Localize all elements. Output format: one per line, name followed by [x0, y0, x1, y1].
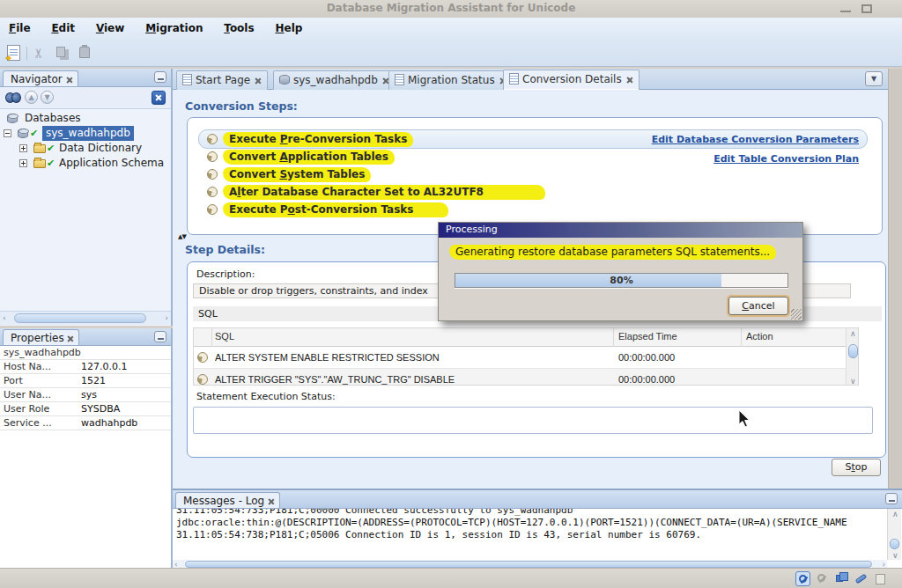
- close-tab-icon[interactable]: [255, 77, 261, 84]
- tree-node-databases[interactable]: Databases: [0, 111, 171, 126]
- property-row: User Na...sys: [0, 388, 171, 402]
- properties-panel: Properties sys_wadhahpdb Host Na...127.0…: [0, 328, 173, 568]
- selected-tree-node[interactable]: sys_wadhahpdb: [42, 126, 134, 141]
- statement-execution-status-box[interactable]: [193, 407, 873, 434]
- find-next-icon[interactable]: ▼: [41, 91, 54, 104]
- close-tab-icon[interactable]: [626, 77, 632, 83]
- tab-sys-wadhahpdb[interactable]: sys_wadhahpdb: [273, 70, 396, 90]
- tree-node-connection[interactable]: ✔ sys_wadhahpdb: [0, 126, 171, 141]
- find-previous-icon[interactable]: ▲: [25, 91, 38, 104]
- property-row: Service ...wadhahpdb: [0, 416, 171, 430]
- folder-icon: [33, 144, 46, 153]
- cut-icon[interactable]: ✂: [31, 48, 47, 59]
- splitter-collapse-icons[interactable]: ▲▼: [178, 233, 186, 240]
- new-document-icon[interactable]: ✦: [7, 45, 20, 61]
- scroll-down-icon[interactable]: ∨: [892, 551, 898, 560]
- log-filter-icon[interactable]: [795, 571, 810, 586]
- cancel-button[interactable]: Cancel: [728, 297, 788, 315]
- step-status-icon: [207, 187, 218, 197]
- scroll-up-icon[interactable]: ∧: [850, 329, 856, 338]
- edit-database-conversion-parameters-link[interactable]: Edit Database Conversion Parameters: [652, 134, 859, 145]
- scroll-left-icon[interactable]: ‹: [3, 313, 6, 322]
- scroll-right-icon[interactable]: ›: [165, 313, 168, 322]
- copy-icon[interactable]: [56, 47, 65, 57]
- step-alter-database-charset[interactable]: Alter Database Character Set to AL32UTF8: [202, 183, 545, 201]
- step-convert-system-tables[interactable]: Convert System Tables: [202, 165, 371, 183]
- close-tab-icon[interactable]: [382, 77, 388, 84]
- edit-pencil-icon[interactable]: [854, 571, 869, 586]
- property-row: Host Na...127.0.0.1: [0, 360, 171, 374]
- statement-execution-status-label: Statement Execution Status:: [196, 391, 336, 402]
- table-row[interactable]: ALTER TRIGGER "SYS"."AW_TRUNC_TRG" DISAB…: [194, 369, 846, 386]
- minimize-panel-icon[interactable]: [154, 331, 166, 342]
- paste-icon[interactable]: [79, 47, 90, 58]
- toolbar-separator: [26, 47, 27, 60]
- sql-statements-table[interactable]: SQL Elapsed Time Action ALTER SYSTEM ENA…: [193, 327, 859, 386]
- navigator-tree: Databases ✔ sys_wadhahpdb ✔ Data Diction…: [0, 109, 171, 311]
- check-icon: ✔: [47, 141, 55, 156]
- close-tab-icon[interactable]: [268, 498, 274, 504]
- expand-icon[interactable]: [19, 144, 27, 152]
- tab-list-dropdown[interactable]: ▼: [865, 71, 883, 86]
- scroll-up-icon[interactable]: ∧: [892, 510, 898, 518]
- windows-icon[interactable]: [834, 571, 849, 586]
- minimize-icon[interactable]: [840, 4, 851, 12]
- step-convert-application-tables[interactable]: Convert Application Tables: [202, 148, 395, 165]
- document-icon: [395, 74, 404, 85]
- dialog-title-bar[interactable]: Processing: [439, 223, 802, 238]
- collapse-icon[interactable]: [4, 129, 11, 137]
- stop-button[interactable]: Stop: [832, 459, 881, 476]
- navigator-search-bar: ▲ ▼: [0, 87, 171, 109]
- menu-view[interactable]: View: [87, 18, 133, 34]
- menu-tools[interactable]: Tools: [215, 18, 262, 34]
- menu-edit[interactable]: Edit: [42, 18, 84, 34]
- databases-icon: [7, 114, 18, 123]
- close-tab-icon[interactable]: [66, 77, 72, 83]
- progress-percent-label: 80%: [455, 274, 787, 287]
- messages-log-tab[interactable]: Messages - Log: [175, 492, 280, 508]
- properties-tab[interactable]: Properties: [3, 329, 79, 345]
- resize-grip[interactable]: [791, 309, 802, 320]
- statement-status-icon: [197, 352, 208, 363]
- properties-header: Properties: [0, 328, 171, 346]
- scrollbar-thumb[interactable]: [14, 313, 146, 323]
- clear-search-icon[interactable]: [152, 91, 166, 105]
- log-vertical-scrollbar[interactable]: ∧ ∨: [887, 509, 901, 560]
- scroll-down-icon[interactable]: ∨: [850, 377, 856, 386]
- table-row[interactable]: ALTER SYSTEM ENABLE RESTRICTED SESSION 0…: [194, 347, 846, 369]
- step-execute-post-conversion[interactable]: Execute Post-Conversion Tasks: [202, 201, 448, 218]
- navigator-tab[interactable]: Navigator: [3, 70, 78, 86]
- close-tab-icon[interactable]: [67, 335, 73, 342]
- tab-conversion-details[interactable]: Conversion Details: [503, 70, 640, 90]
- minimize-panel-icon[interactable]: [154, 71, 166, 83]
- step-status-icon: [207, 169, 218, 180]
- step-execute-pre-conversion[interactable]: Execute Pre-Conversion Tasks: [202, 130, 413, 148]
- tab-migration-status[interactable]: Migration Status: [388, 70, 513, 90]
- menu-bar: File Edit View Migration Tools Help: [0, 18, 902, 40]
- tab-start-page[interactable]: Start Page: [176, 70, 268, 90]
- scrollbar-thumb[interactable]: [848, 344, 858, 358]
- tree-node-data-dictionary[interactable]: ✔ Data Dictionary: [0, 141, 171, 156]
- expand-icon[interactable]: [19, 159, 27, 167]
- search-icon[interactable]: [5, 92, 19, 102]
- clipboard-icon[interactable]: [873, 571, 888, 586]
- scrollbar-thumb[interactable]: [890, 539, 899, 549]
- scrollbar-thumb[interactable]: [185, 561, 872, 568]
- disc-icon[interactable]: [815, 571, 830, 586]
- table-vertical-scrollbar[interactable]: ∧ ∨: [846, 328, 859, 386]
- dialog-message: Generating restore database parameters S…: [449, 246, 776, 258]
- minimize-panel-icon[interactable]: [885, 493, 898, 504]
- menu-file[interactable]: File: [0, 18, 40, 34]
- description-label: Description:: [196, 268, 255, 280]
- menu-help[interactable]: Help: [266, 18, 311, 34]
- menu-migration[interactable]: Migration: [137, 18, 211, 34]
- tree-node-application-schema[interactable]: ✔ Application Schema: [0, 156, 171, 171]
- maximize-icon[interactable]: [861, 4, 872, 13]
- check-icon: ✔: [30, 126, 38, 141]
- table-header: SQL Elapsed Time Action: [194, 328, 846, 347]
- horizontal-scrollbar[interactable]: ‹ ›: [0, 311, 171, 325]
- folder-icon: [33, 159, 46, 168]
- editor-right-gutter: [888, 69, 902, 489]
- edit-table-conversion-plan-link[interactable]: Edit Table Conversion Plan: [713, 153, 859, 165]
- conversion-steps-heading: Conversion Steps:: [185, 99, 298, 113]
